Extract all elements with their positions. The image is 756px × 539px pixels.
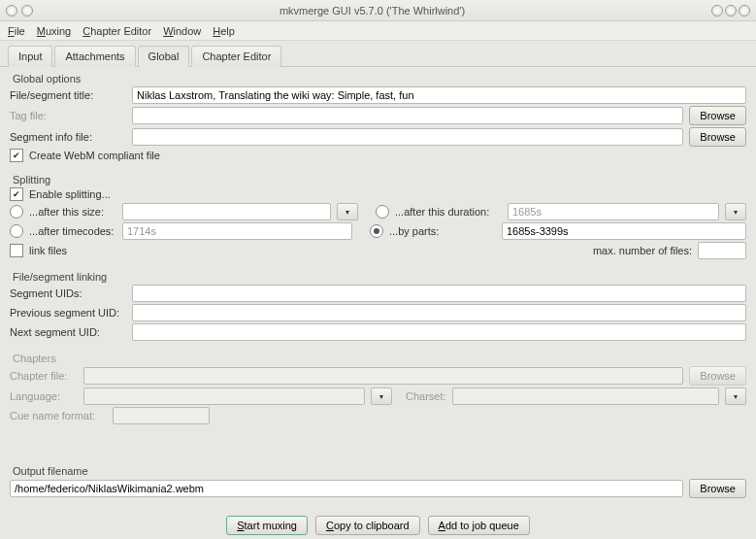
prev-uid-input[interactable] — [132, 304, 746, 321]
titlebar: mkvmerge GUI v5.7.0 ('The Whirlwind') — [0, 0, 756, 21]
tag-file-label: Tag file: — [10, 110, 126, 121]
next-uid-input[interactable] — [132, 323, 746, 341]
chapters-legend: Chapters — [10, 353, 59, 364]
file-segment-title-input[interactable] — [132, 86, 746, 104]
minimize-icon[interactable] — [711, 5, 723, 17]
close-icon[interactable] — [739, 5, 750, 17]
by-parts-input[interactable] — [502, 222, 746, 240]
global-options-legend: Global options — [10, 73, 83, 84]
app-icon-2 — [21, 5, 33, 17]
splitting-group: Splitting Enable splitting... ...after t… — [10, 174, 746, 265]
chapter-file-browse-button: Browse — [689, 366, 746, 386]
tab-content: Global options File/segment title: Tag f… — [0, 67, 756, 539]
output-browse-button[interactable]: Browse — [689, 479, 746, 498]
splitting-legend: Splitting — [10, 174, 53, 185]
tab-bar: Input Attachments Global Chapter Editor — [0, 41, 756, 67]
language-dropdown: ▾ — [371, 387, 392, 405]
charset-dropdown: ▾ — [725, 387, 746, 405]
after-duration-dropdown[interactable]: ▾ — [725, 203, 746, 220]
start-muxing-button[interactable]: Start muxing — [226, 516, 308, 535]
after-timecodes-radio[interactable] — [10, 224, 23, 238]
cue-name-label: Cue name format: — [10, 410, 107, 421]
chapters-group: Chapters Chapter file: Browse Language: … — [10, 353, 746, 430]
titlebar-left-icons — [6, 5, 33, 17]
window-controls — [711, 5, 750, 17]
file-segment-title-label: File/segment title: — [10, 89, 126, 101]
after-duration-radio[interactable] — [376, 205, 389, 219]
tab-global[interactable]: Global — [138, 46, 190, 67]
segment-info-browse-button[interactable]: Browse — [689, 127, 746, 147]
menu-help[interactable]: Help — [213, 25, 235, 37]
bottom-buttons: Start muxing Copy to clipboard Add to jo… — [10, 510, 746, 537]
tag-file-browse-button[interactable]: Browse — [689, 106, 746, 125]
copy-clipboard-button[interactable]: Copy to clipboard — [315, 516, 420, 535]
after-size-label: ...after this size: — [29, 206, 116, 218]
after-size-radio[interactable] — [10, 205, 23, 219]
chapter-file-label: Chapter file: — [10, 370, 78, 382]
global-options-group: Global options File/segment title: Tag f… — [10, 73, 746, 168]
tag-file-input[interactable] — [132, 107, 683, 124]
output-group: Output filename Browse — [10, 465, 746, 504]
add-queue-button[interactable]: Add to job queue — [428, 516, 530, 535]
tab-chapter-editor[interactable]: Chapter Editor — [191, 46, 281, 67]
max-files-label: max. number of files: — [593, 245, 692, 256]
language-label: Language: — [10, 390, 78, 402]
next-uid-label: Next segment UID: — [10, 326, 126, 338]
menu-muxing[interactable]: Muxing — [37, 25, 71, 37]
link-files-label: link files — [29, 245, 67, 256]
app-icon-1 — [6, 5, 17, 17]
after-duration-label: ...after this duration: — [395, 206, 502, 218]
after-timecodes-label: ...after timecodes: — [29, 225, 116, 237]
menu-window[interactable]: Window — [163, 25, 201, 37]
after-size-dropdown[interactable]: ▾ — [337, 203, 358, 220]
maximize-icon[interactable] — [725, 5, 737, 17]
cue-name-input — [113, 407, 210, 424]
linking-legend: File/segment linking — [10, 271, 110, 283]
charset-input — [452, 387, 719, 405]
output-filename-input[interactable] — [10, 480, 683, 497]
enable-splitting-checkbox[interactable] — [10, 187, 23, 201]
charset-label: Charset: — [406, 390, 446, 402]
window-title: mkvmerge GUI v5.7.0 ('The Whirlwind') — [33, 5, 711, 17]
segment-uids-label: Segment UIDs: — [10, 287, 126, 299]
create-webm-label: Create WebM compliant file — [29, 150, 160, 161]
menu-chapter-editor[interactable]: Chapter Editor — [82, 25, 151, 37]
segment-uids-input[interactable] — [132, 285, 746, 302]
chapter-file-input — [83, 367, 683, 385]
prev-uid-label: Previous segment UID: — [10, 307, 126, 319]
linking-group: File/segment linking Segment UIDs: Previ… — [10, 271, 746, 347]
language-input — [83, 387, 365, 405]
tab-attachments[interactable]: Attachments — [54, 46, 135, 67]
create-webm-checkbox[interactable] — [10, 149, 23, 162]
segment-info-input[interactable] — [132, 128, 683, 146]
by-parts-radio[interactable] — [370, 224, 383, 238]
max-files-input[interactable] — [698, 242, 746, 259]
enable-splitting-label: Enable splitting... — [29, 188, 111, 200]
after-size-input[interactable] — [122, 203, 331, 220]
after-timecodes-input[interactable] — [122, 222, 352, 240]
menubar: File Muxing Chapter Editor Window Help — [0, 21, 756, 41]
link-files-checkbox[interactable] — [10, 244, 23, 257]
segment-info-label: Segment info file: — [10, 131, 126, 143]
output-legend: Output filename — [10, 465, 91, 477]
by-parts-label: ...by parts: — [389, 225, 496, 237]
tab-input[interactable]: Input — [8, 46, 52, 67]
after-duration-input[interactable] — [508, 203, 719, 220]
menu-file[interactable]: File — [8, 25, 25, 37]
